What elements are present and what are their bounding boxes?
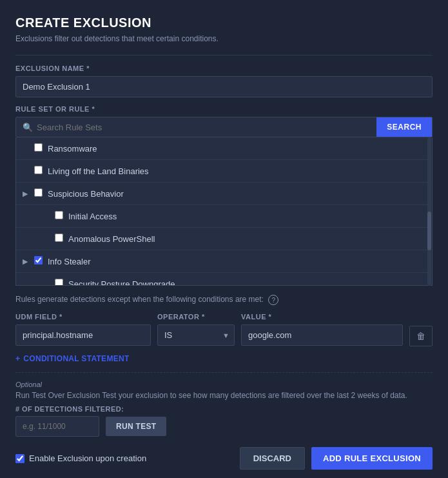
rule-checkbox[interactable] (34, 143, 43, 152)
plus-icon: + (15, 354, 20, 363)
operator-label: OPERATOR * (157, 313, 235, 321)
help-icon[interactable]: ? (268, 295, 278, 305)
discard-button[interactable]: DISCARD (240, 447, 305, 470)
rule-checkbox[interactable] (55, 279, 63, 286)
detections-input[interactable] (15, 416, 99, 437)
udm-field-col: UDM FIELD * (15, 313, 151, 346)
page-title: CREATE EXCLUSION (15, 15, 433, 30)
run-test-button[interactable]: RUN TEST (106, 417, 166, 436)
search-input-wrap: 🔍 (16, 117, 376, 137)
conditions-label: Rules generate detections except when th… (15, 295, 433, 305)
operator-select[interactable]: IS IS NOT CONTAINS STARTS WITH (157, 324, 235, 346)
rule-set-label: RULE SET OR RULE * (15, 105, 433, 113)
rule-search-row: 🔍 SEARCH (15, 117, 433, 137)
rule-label: Security Posture Downgrade (68, 279, 175, 286)
expand-icon: ▶ (23, 190, 34, 198)
delete-condition-button[interactable]: 🗑 (409, 326, 433, 346)
rule-item[interactable]: ▶Info Stealer (16, 250, 432, 273)
udm-field-input[interactable] (15, 324, 151, 346)
footer-row: Enable Exclusion upon creation DISCARD A… (15, 447, 433, 470)
condition-fields-row: UDM FIELD * OPERATOR * IS IS NOT CONTAIN… (15, 313, 433, 346)
rule-checkbox[interactable] (34, 256, 43, 264)
rule-label: Info Stealer (48, 257, 91, 266)
add-condition-label: CONDITIONAL STATEMENT (23, 354, 129, 363)
rule-label: Living off the Land Binaries (48, 166, 149, 176)
expand-icon: ▶ (23, 257, 34, 266)
rule-checkbox[interactable] (55, 234, 63, 242)
rule-label: Suspicious Behavior (48, 189, 124, 199)
rule-item[interactable]: Living off the Land Binaries (16, 160, 432, 183)
detections-label: # OF DETECTIONS FILTERED: (15, 405, 433, 413)
run-test-description: Run Test Over Exclusion Test your exclus… (15, 391, 433, 400)
enable-exclusion-text: Enable Exclusion upon creation (29, 453, 146, 463)
scrollbar-thumb (427, 212, 431, 250)
rule-search-input[interactable] (37, 123, 370, 132)
enable-exclusion-checkbox[interactable] (15, 454, 24, 463)
enable-exclusion-label[interactable]: Enable Exclusion upon creation (15, 453, 146, 463)
rule-checkbox[interactable] (34, 166, 43, 174)
add-condition-button[interactable]: + CONDITIONAL STATEMENT (15, 354, 130, 363)
value-field-col: VALUE * (241, 313, 403, 346)
operator-select-wrap: IS IS NOT CONTAINS STARTS WITH ▼ (157, 324, 235, 346)
run-test-row: RUN TEST (15, 416, 433, 437)
exclusion-name-label: EXCLUSION NAME * (15, 65, 433, 72)
search-button[interactable]: SEARCH (376, 117, 432, 137)
page-subtitle: Exclusions filter out detections that me… (15, 34, 433, 43)
rule-item[interactable]: Ransomware (16, 137, 432, 160)
rule-item[interactable]: Security Posture Downgrade (16, 273, 432, 286)
operator-field-col: OPERATOR * IS IS NOT CONTAINS STARTS WIT… (157, 313, 235, 346)
value-input[interactable] (241, 324, 403, 346)
search-icon: 🔍 (23, 123, 33, 132)
rule-label: Initial Access (68, 212, 117, 221)
rule-checkbox[interactable] (34, 188, 43, 197)
rule-item[interactable]: ▶Suspicious Behavior (16, 183, 432, 205)
add-exclusion-button[interactable]: ADD RULE EXCLUSION (311, 447, 433, 470)
rule-list-container: RansomwareLiving off the Land Binaries▶S… (15, 137, 433, 286)
rule-label: Anomalous PowerShell (68, 234, 155, 244)
exclusion-name-input[interactable] (15, 76, 433, 97)
scrollbar-track (427, 137, 431, 286)
rule-item[interactable]: Anomalous PowerShell (16, 228, 432, 250)
rule-checkbox[interactable] (55, 211, 63, 219)
footer-buttons: DISCARD ADD RULE EXCLUSION (240, 447, 433, 470)
rule-label: Ransomware (48, 144, 97, 154)
rule-list: RansomwareLiving off the Land Binaries▶S… (15, 137, 433, 286)
rule-item[interactable]: Initial Access (16, 205, 432, 228)
udm-field-label: UDM FIELD * (15, 313, 151, 321)
optional-label: Optional (15, 381, 433, 388)
value-label: VALUE * (241, 313, 403, 321)
